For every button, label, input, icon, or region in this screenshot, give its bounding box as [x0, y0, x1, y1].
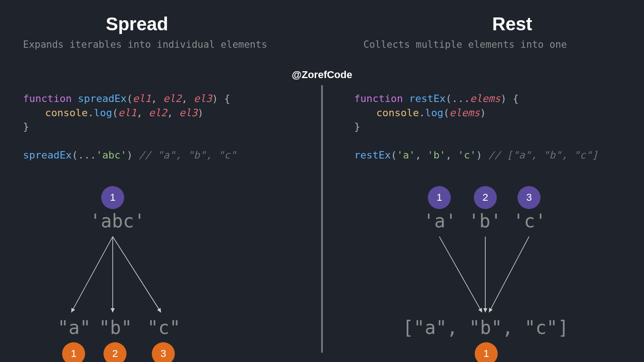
- param: el2: [163, 93, 182, 104]
- param: elems: [470, 93, 500, 104]
- output-badge: 1: [62, 342, 85, 362]
- call-arg: 'a': [397, 149, 415, 161]
- param: el1: [132, 93, 151, 104]
- spread-title: Spread: [106, 14, 304, 34]
- console-obj: console: [45, 107, 88, 119]
- comment: // ["a", "b", "c"]: [488, 149, 598, 161]
- function-name: spreadEx: [78, 93, 126, 104]
- svg-line-5: [489, 237, 529, 312]
- keyword: function: [23, 93, 72, 104]
- input-badge: 3: [518, 186, 540, 209]
- rest-code-block: function restEx(...elems) { console.log(…: [354, 78, 626, 177]
- input-badge: 1: [101, 186, 124, 209]
- call-name: restEx: [354, 149, 391, 161]
- input-text: 'b': [468, 210, 501, 232]
- rest-visualization: 1 2 3 'a' 'b' 'c' ["a", "b", "c"] 1: [354, 184, 626, 362]
- arg: el2: [149, 107, 167, 119]
- input-text: 'c': [513, 210, 546, 232]
- input-text: 'a': [423, 210, 456, 232]
- call-arg: 'c': [458, 149, 476, 161]
- method: log: [94, 107, 112, 119]
- output-text: "c": [147, 317, 180, 338]
- console-obj: console: [376, 107, 419, 119]
- rest-panel: Rest Collects multiple elements into one…: [322, 0, 644, 362]
- comment: // "a", "b", "c": [139, 149, 236, 161]
- output-badge: 2: [104, 342, 126, 362]
- spread-visualization: 1 'abc' "a" "b" "c" 1 2 3: [23, 184, 304, 362]
- svg-line-0: [71, 237, 113, 312]
- arg: el3: [179, 107, 197, 119]
- svg-line-2: [113, 237, 161, 312]
- call-name: spreadEx: [23, 149, 72, 161]
- arg: el1: [118, 107, 137, 119]
- input-badge: 1: [428, 186, 451, 209]
- spread-code-block: function spreadEx(el1, el2, el3) { conso…: [23, 78, 304, 177]
- input-text: 'abc': [90, 210, 145, 232]
- function-name: restEx: [409, 93, 445, 104]
- arg: elems: [449, 107, 480, 119]
- param: el3: [194, 93, 212, 104]
- spread-subtitle: Expands iterables into individual elemen…: [23, 39, 304, 50]
- rest-op: ...: [452, 93, 470, 104]
- rest-title: Rest: [492, 14, 626, 34]
- input-badge: 2: [474, 186, 497, 209]
- spread-op: ...: [78, 149, 96, 161]
- keyword: function: [354, 93, 403, 104]
- output-text: ["a", "b", "c"]: [402, 317, 569, 338]
- output-text: "b": [99, 317, 132, 338]
- method: log: [425, 107, 443, 119]
- rest-subtitle: Collects multiple elements into one: [363, 39, 626, 50]
- output-badge: 1: [475, 342, 498, 362]
- spread-panel: Spread Expands iterables into individual…: [0, 0, 322, 362]
- svg-line-3: [439, 237, 482, 312]
- output-text: "a": [58, 317, 91, 338]
- call-arg: 'abc': [96, 149, 126, 161]
- call-arg: 'b': [427, 149, 446, 161]
- output-badge: 3: [152, 342, 175, 362]
